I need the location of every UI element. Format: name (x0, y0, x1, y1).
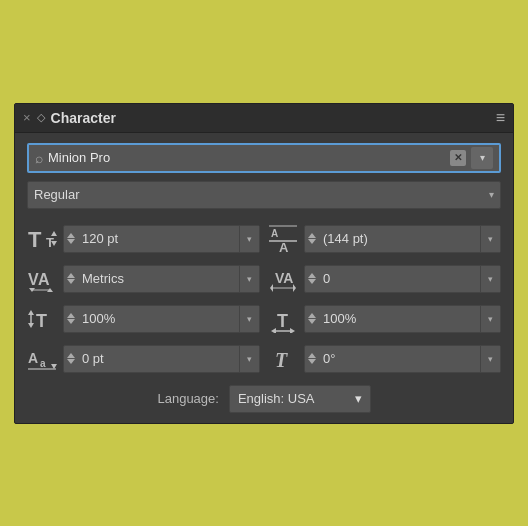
kerning-up-arrow[interactable] (67, 273, 75, 278)
language-chevron-icon: ▾ (355, 391, 362, 406)
tracking-down-arrow[interactable] (308, 279, 316, 284)
language-label: Language: (157, 391, 218, 406)
vertical-scale-up-arrow[interactable] (67, 313, 75, 318)
line-height-dropdown[interactable]: ▾ (480, 226, 500, 252)
language-select[interactable]: English: USA ▾ (229, 385, 371, 413)
baseline-skew-row: A a 0 pt ▾ (27, 343, 501, 375)
tracking-up-arrow[interactable] (308, 273, 316, 278)
vertical-scale-field: 100% ▾ (63, 305, 260, 333)
skew-down-arrow[interactable] (308, 359, 316, 364)
style-select[interactable]: Regular ▾ (27, 181, 501, 209)
panel-body: ⌕ ✕ ▾ Regular ▾ T T (15, 133, 513, 423)
line-height-value[interactable]: (144 pt) (319, 231, 480, 246)
vertical-scale-group: T 100% ▾ (27, 303, 260, 335)
kerning-icon: V A (27, 263, 59, 295)
svg-marker-2 (51, 231, 57, 236)
language-value: English: USA (238, 391, 315, 406)
language-row: Language: English: USA ▾ (27, 385, 501, 413)
horizontal-scale-up-arrow[interactable] (308, 313, 316, 318)
search-row: ⌕ ✕ ▾ (27, 143, 501, 173)
font-size-field: 120 pt ▾ (63, 225, 260, 253)
font-size-icon: T T (27, 223, 59, 255)
svg-text:T: T (36, 311, 47, 331)
character-panel: × ◇ Character ≡ ⌕ ✕ ▾ Regular ▾ (14, 103, 514, 424)
line-height-field: (144 pt) ▾ (304, 225, 501, 253)
svg-text:VA: VA (275, 270, 293, 286)
horizontal-scale-field: 100% ▾ (304, 305, 501, 333)
search-input[interactable] (48, 150, 445, 165)
svg-text:A: A (271, 228, 278, 239)
tracking-group: VA 0 ▾ (268, 263, 501, 295)
kerning-down-arrow[interactable] (67, 279, 75, 284)
baseline-shift-field: 0 pt ▾ (63, 345, 260, 373)
font-dropdown-button[interactable]: ▾ (471, 147, 493, 169)
vertical-scale-dropdown[interactable]: ▾ (239, 306, 259, 332)
horizontal-scale-dropdown[interactable]: ▾ (480, 306, 500, 332)
svg-marker-18 (28, 310, 34, 315)
clear-button[interactable]: ✕ (450, 150, 466, 166)
font-size-arrows[interactable] (64, 231, 78, 246)
panel-title: Character (51, 110, 116, 126)
vertical-scale-value[interactable]: 100% (78, 311, 239, 326)
tracking-field: 0 ▾ (304, 265, 501, 293)
diamond-icon: ◇ (37, 111, 45, 124)
close-icon[interactable]: × (23, 110, 31, 125)
svg-marker-14 (270, 284, 273, 292)
horizontal-scale-value[interactable]: 100% (319, 311, 480, 326)
skew-field: 0° ▾ (304, 345, 501, 373)
line-height-icon: A A (268, 223, 300, 255)
baseline-shift-up-arrow[interactable] (67, 353, 75, 358)
font-size-up-arrow[interactable] (67, 233, 75, 238)
svg-marker-22 (271, 328, 276, 333)
skew-group: T 0° ▾ (268, 343, 501, 375)
font-size-value[interactable]: 120 pt (78, 231, 239, 246)
baseline-shift-value[interactable]: 0 pt (78, 351, 239, 366)
font-size-group: T T 120 pt ▾ (27, 223, 260, 255)
style-row: Regular ▾ (27, 181, 501, 209)
kerning-value[interactable]: Metrics (78, 271, 239, 286)
scale-row: T 100% ▾ (27, 303, 501, 335)
tracking-arrows[interactable] (305, 271, 319, 286)
vertical-scale-down-arrow[interactable] (67, 319, 75, 324)
tracking-value[interactable]: 0 (319, 271, 480, 286)
search-icon: ⌕ (35, 150, 43, 166)
skew-arrows[interactable] (305, 351, 319, 366)
skew-value[interactable]: 0° (319, 351, 480, 366)
style-value: Regular (34, 187, 80, 202)
font-size-row: T T 120 pt ▾ (27, 223, 501, 255)
horizontal-scale-group: T 100% ▾ (268, 303, 501, 335)
menu-icon[interactable]: ≡ (496, 109, 505, 127)
svg-marker-19 (28, 323, 34, 328)
panel-titlebar: × ◇ Character ≡ (15, 104, 513, 133)
baseline-shift-icon: A a (27, 343, 59, 375)
svg-text:a: a (40, 358, 46, 369)
font-size-dropdown[interactable]: ▾ (239, 226, 259, 252)
horizontal-scale-arrows[interactable] (305, 311, 319, 326)
tracking-dropdown[interactable]: ▾ (480, 266, 500, 292)
svg-text:A: A (279, 240, 289, 253)
skew-dropdown[interactable]: ▾ (480, 346, 500, 372)
kerning-field: Metrics ▾ (63, 265, 260, 293)
line-height-down-arrow[interactable] (308, 239, 316, 244)
line-height-up-arrow[interactable] (308, 233, 316, 238)
svg-marker-28 (51, 364, 57, 369)
svg-marker-15 (293, 284, 296, 292)
horizontal-scale-down-arrow[interactable] (308, 319, 316, 324)
svg-text:T: T (28, 227, 42, 252)
baseline-shift-dropdown[interactable]: ▾ (239, 346, 259, 372)
svg-marker-23 (290, 328, 295, 333)
baseline-shift-arrows[interactable] (64, 351, 78, 366)
vertical-scale-arrows[interactable] (64, 311, 78, 326)
font-size-down-arrow[interactable] (67, 239, 75, 244)
svg-text:A: A (38, 271, 50, 288)
line-height-arrows[interactable] (305, 231, 319, 246)
skew-up-arrow[interactable] (308, 353, 316, 358)
skew-icon: T (268, 343, 300, 375)
kerning-arrows[interactable] (64, 271, 78, 286)
kerning-dropdown[interactable]: ▾ (239, 266, 259, 292)
baseline-shift-down-arrow[interactable] (67, 359, 75, 364)
tracking-icon: VA (268, 263, 300, 295)
svg-text:A: A (28, 350, 38, 366)
horizontal-scale-icon: T (268, 303, 300, 335)
kerning-group: V A Metrics ▾ (27, 263, 260, 295)
